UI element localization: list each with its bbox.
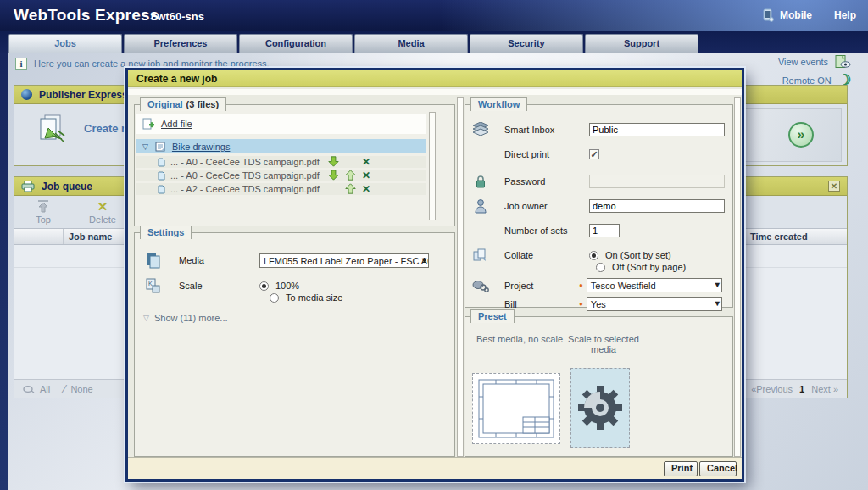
sphere-icon xyxy=(21,89,32,100)
password-input[interactable] xyxy=(589,175,725,188)
slash-icon: ∕ xyxy=(64,382,65,395)
project-icon xyxy=(472,279,489,292)
settings-tab[interactable]: Settings xyxy=(140,226,192,239)
preset-tab[interactable]: Preset xyxy=(470,309,515,323)
collate-label: Collate xyxy=(504,250,589,260)
media-label: Media xyxy=(179,255,259,265)
tab-preferences[interactable]: Preferences xyxy=(124,34,237,53)
mobile-link[interactable]: Mobile xyxy=(761,8,812,22)
remove-file-icon[interactable]: ✕ xyxy=(362,170,370,181)
chevron-down-icon: ▾ xyxy=(422,255,426,264)
scale-100-label: 100% xyxy=(275,281,299,291)
collate-off-label: Off (Sort by page) xyxy=(612,262,686,272)
file-row-3[interactable]: ... - A2 - CeeCee TDS campaign.pdf xyxy=(136,183,426,195)
tab-jobs[interactable]: Jobs xyxy=(8,34,122,53)
pagination: «Previous 1 Next » xyxy=(751,384,838,394)
number-of-sets-input[interactable] xyxy=(589,224,620,237)
top-button[interactable]: Top xyxy=(21,199,65,225)
scale-to-media-radio[interactable] xyxy=(270,293,279,303)
preset-best-media-thumbnail[interactable] xyxy=(472,373,560,444)
file-group-row[interactable]: ▽ Bike drawings xyxy=(136,139,426,153)
delete-icon: ✕ xyxy=(81,199,125,214)
move-down-icon[interactable] xyxy=(328,156,339,167)
add-file-icon xyxy=(142,118,154,130)
tree-expander-icon[interactable]: ▽ xyxy=(142,142,148,151)
pdf-file-icon xyxy=(158,171,165,181)
cancel-button[interactable]: Cancel xyxy=(699,461,737,476)
preset-option-1-label: Best media, no scale xyxy=(470,334,569,344)
create-job-icon xyxy=(36,113,65,143)
tab-support[interactable]: Support xyxy=(585,34,698,53)
workflow-tab[interactable]: Workflow xyxy=(470,97,527,111)
lasso-icon xyxy=(23,385,35,393)
remove-file-icon[interactable]: ✕ xyxy=(362,184,370,194)
collate-icon xyxy=(472,248,489,263)
workflow-panel: Workflow Smart Inbox Direct print ✓ Pass… xyxy=(465,104,733,308)
preset-scale-to-media-thumbnail[interactable] xyxy=(570,368,630,448)
move-up-icon[interactable] xyxy=(345,183,356,194)
bill-label: Bill xyxy=(504,299,579,309)
mobile-icon xyxy=(761,8,775,22)
dialog-footer: Print Cancel xyxy=(128,457,742,479)
select-none-button[interactable]: ∕ None xyxy=(64,382,92,395)
scale-100-radio[interactable] xyxy=(259,281,269,291)
move-up-icon[interactable] xyxy=(345,170,356,181)
current-page[interactable]: 1 xyxy=(799,384,804,394)
left-column-scrollbar[interactable] xyxy=(457,97,464,457)
file-count: (3 files) xyxy=(186,99,220,109)
project-select[interactable]: Tesco Westfield ▾ xyxy=(587,278,722,292)
tab-security[interactable]: Security xyxy=(470,34,583,53)
view-events-icon xyxy=(835,55,851,69)
show-more-link[interactable]: ▽ Show (11) more... xyxy=(143,313,228,323)
password-lock-icon xyxy=(472,175,489,188)
original-tab[interactable]: Original(3 files) xyxy=(140,97,226,111)
collate-off-radio[interactable] xyxy=(596,263,605,272)
scale-to-media-label: To media size xyxy=(286,292,342,303)
project-label: Project xyxy=(504,281,579,291)
svg-text:K: K xyxy=(148,281,153,287)
go-arrow-button[interactable]: » xyxy=(788,122,814,148)
file-group-name[interactable]: Bike drawings xyxy=(172,142,230,152)
required-dot-icon: ● xyxy=(579,300,583,308)
preset-option-2-label: Scale to selected media xyxy=(567,334,640,354)
close-icon[interactable]: ✕ xyxy=(828,181,840,192)
job-owner-icon xyxy=(472,198,489,214)
move-down-icon[interactable] xyxy=(328,170,339,181)
time-created-column-header[interactable]: Time created xyxy=(745,229,847,244)
delete-button[interactable]: ✕ Delete xyxy=(81,199,125,225)
previous-page-button[interactable]: «Previous xyxy=(751,384,793,394)
direct-print-checkbox[interactable]: ✓ xyxy=(589,149,599,159)
create-job-dialog: Create a new job Original(3 files) Add f… xyxy=(125,68,744,482)
select-all-button[interactable]: All xyxy=(23,384,50,394)
printer-icon xyxy=(21,181,35,192)
webtools-express-screen: { "header": { "brand": "WebTools Express… xyxy=(0,0,868,490)
file-row-2[interactable]: ... - A0 - CeeCee TDS campaign.pdf xyxy=(136,170,426,181)
print-button[interactable]: Print xyxy=(664,461,698,476)
smart-inbox-input[interactable] xyxy=(589,123,725,136)
file-name: ... - A0 - CeeCee TDS campaign.pdf xyxy=(170,157,320,167)
page-left-edge xyxy=(0,53,8,490)
add-file-link[interactable]: Add file xyxy=(161,119,192,129)
media-select[interactable]: LFM055 Red Label Zero Paper - FSC A0 (84… xyxy=(259,253,429,268)
pdf-file-icon xyxy=(158,158,165,167)
job-owner-label: Job owner xyxy=(504,201,589,211)
preset-panel: Preset Best media, no scale Scale to sel… xyxy=(465,316,733,457)
move-top-icon xyxy=(21,199,65,214)
file-name: ... - A2 - CeeCee TDS campaign.pdf xyxy=(170,184,320,194)
help-link[interactable]: Help xyxy=(834,9,856,21)
password-label: Password xyxy=(504,176,589,187)
file-row-1[interactable]: ... - A0 - CeeCee TDS campaign.pdf xyxy=(136,156,426,168)
collate-on-radio[interactable] xyxy=(589,251,598,260)
tab-configuration[interactable]: Configuration xyxy=(239,34,353,53)
remove-file-icon[interactable]: ✕ xyxy=(362,157,370,167)
right-column-scrollbar[interactable] xyxy=(734,97,741,457)
next-page-button[interactable]: Next » xyxy=(811,384,838,394)
select-column-header xyxy=(14,229,64,244)
bill-select[interactable]: Yes ▾ xyxy=(587,297,722,311)
tab-media[interactable]: Media xyxy=(354,34,468,53)
file-list-scrollbar[interactable] xyxy=(429,112,436,220)
main-tabbar: Jobs Preferences Configuration Media Sec… xyxy=(0,31,868,53)
settings-panel: Settings Media LFM055 Red Label Zero Pap… xyxy=(134,232,455,457)
job-owner-input[interactable] xyxy=(589,199,725,213)
chevron-down-icon: ▾ xyxy=(715,280,720,289)
